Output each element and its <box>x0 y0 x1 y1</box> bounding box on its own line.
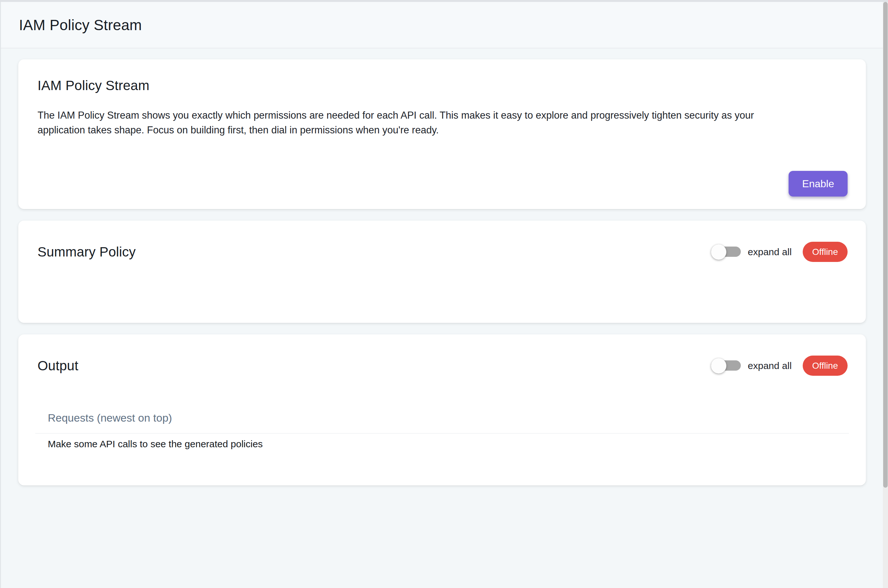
output-status-badge: Offline <box>803 356 848 376</box>
window-left-border <box>0 0 1 588</box>
enable-button[interactable]: Enable <box>789 171 848 196</box>
summary-policy-card: Summary Policy expand all Offline <box>18 220 866 323</box>
output-card: Output expand all Offline Requests (newe… <box>18 334 866 485</box>
intro-card-description: The IAM Policy Stream shows you exactly … <box>38 108 801 138</box>
requests-section: Requests (newest on top) Make some API c… <box>35 412 849 450</box>
summary-policy-title: Summary Policy <box>38 244 711 260</box>
window-top-border <box>0 0 888 2</box>
output-expand-all-toggle[interactable] <box>711 357 741 374</box>
summary-expand-all-toggle[interactable] <box>711 244 741 260</box>
intro-card: IAM Policy Stream The IAM Policy Stream … <box>18 59 866 209</box>
page: IAM Policy Stream IAM Policy Stream The … <box>0 2 883 497</box>
toggle-knob <box>711 358 726 374</box>
summary-policy-header-row: Summary Policy expand all Offline <box>18 220 866 262</box>
summary-status-badge: Offline <box>803 242 848 262</box>
requests-heading: Requests (newest on top) <box>35 412 849 434</box>
output-title: Output <box>38 358 711 374</box>
intro-card-title: IAM Policy Stream <box>38 78 150 93</box>
output-header-row: Output expand all Offline <box>18 334 866 376</box>
toggle-knob <box>711 244 726 260</box>
main-content: IAM Policy Stream The IAM Policy Stream … <box>0 48 883 485</box>
output-expand-all-label: expand all <box>748 360 792 371</box>
page-title: IAM Policy Stream <box>19 16 142 34</box>
summary-expand-all-label: expand all <box>748 246 792 258</box>
scrollbar-thumb[interactable] <box>883 2 888 488</box>
app-header: IAM Policy Stream <box>0 2 883 48</box>
requests-empty-message: Make some API calls to see the generated… <box>35 439 849 450</box>
scrollbar[interactable] <box>883 2 888 588</box>
